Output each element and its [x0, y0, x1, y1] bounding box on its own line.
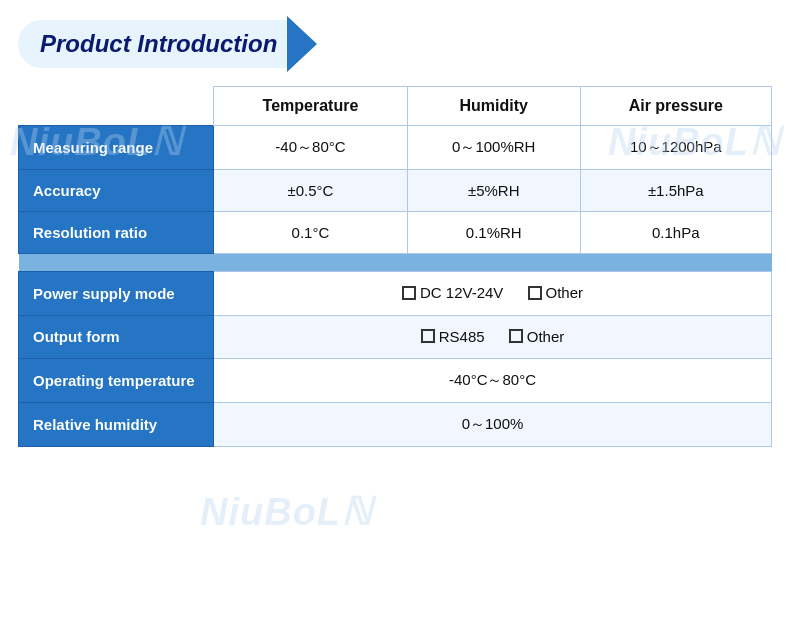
- table-row: Output form RS485 Other: [19, 315, 772, 359]
- spacer-row: [19, 254, 772, 272]
- operating-temp-value: -40°C～80°C: [214, 359, 772, 403]
- checkbox-other-output[interactable]: [509, 329, 523, 343]
- resolution-pressure: 0.1hPa: [580, 212, 771, 254]
- header-section: Product Introduction: [18, 20, 772, 68]
- header-air-pressure: Air pressure: [580, 87, 771, 126]
- label-power-supply: Power supply mode: [19, 272, 214, 316]
- title-badge: Product Introduction: [18, 20, 305, 68]
- output-form-value: RS485 Other: [214, 315, 772, 359]
- label-relative-humidity: Relative humidity: [19, 403, 214, 447]
- relative-humidity-value: 0～100%: [214, 403, 772, 447]
- output-form-option2-label: Other: [527, 328, 565, 345]
- measuring-range-humidity: 0～100%RH: [407, 126, 580, 170]
- output-form-option2: Other: [509, 328, 565, 345]
- accuracy-humidity: ±5%RH: [407, 170, 580, 212]
- label-output-form: Output form: [19, 315, 214, 359]
- title-arrow-decoration: [287, 16, 317, 72]
- table-row: Resolution ratio 0.1°C 0.1%RH 0.1hPa: [19, 212, 772, 254]
- table-row: Measuring range -40～80°C 0～100%RH 10～120…: [19, 126, 772, 170]
- header-temperature: Temperature: [214, 87, 408, 126]
- label-operating-temp: Operating temperature: [19, 359, 214, 403]
- label-measuring-range: Measuring range: [19, 126, 214, 170]
- checkbox-other-power[interactable]: [528, 286, 542, 300]
- table-header-row: Temperature Humidity Air pressure: [19, 87, 772, 126]
- accuracy-pressure: ±1.5hPa: [580, 170, 771, 212]
- page-title: Product Introduction: [40, 30, 277, 58]
- spacer-cell: [19, 254, 772, 272]
- power-supply-option2-label: Other: [546, 284, 584, 301]
- watermark-bottom: NiuBoLℕ: [200, 490, 372, 534]
- table-row: Power supply mode DC 12V-24V Other: [19, 272, 772, 316]
- table-row: Relative humidity 0～100%: [19, 403, 772, 447]
- measuring-range-temp: -40～80°C: [214, 126, 408, 170]
- label-resolution: Resolution ratio: [19, 212, 214, 254]
- table-row: Operating temperature -40°C～80°C: [19, 359, 772, 403]
- power-supply-value: DC 12V-24V Other: [214, 272, 772, 316]
- specs-table: Temperature Humidity Air pressure Measur…: [18, 86, 772, 447]
- output-form-option1: RS485: [421, 328, 485, 345]
- resolution-temp: 0.1°C: [214, 212, 408, 254]
- power-supply-option2: Other: [528, 284, 584, 301]
- header-empty-cell: [19, 87, 214, 126]
- output-form-option1-label: RS485: [439, 328, 485, 345]
- power-supply-option1-label: DC 12V-24V: [420, 284, 503, 301]
- header-humidity: Humidity: [407, 87, 580, 126]
- table-row: Accuracy ±0.5°C ±5%RH ±1.5hPa: [19, 170, 772, 212]
- measuring-range-pressure: 10～1200hPa: [580, 126, 771, 170]
- power-supply-option1: DC 12V-24V: [402, 284, 503, 301]
- checkbox-rs485[interactable]: [421, 329, 435, 343]
- checkbox-dc[interactable]: [402, 286, 416, 300]
- accuracy-temp: ±0.5°C: [214, 170, 408, 212]
- page-wrapper: Product Introduction NiuBoLℕ NiuBoLℕ Niu…: [0, 0, 790, 629]
- label-accuracy: Accuracy: [19, 170, 214, 212]
- resolution-humidity: 0.1%RH: [407, 212, 580, 254]
